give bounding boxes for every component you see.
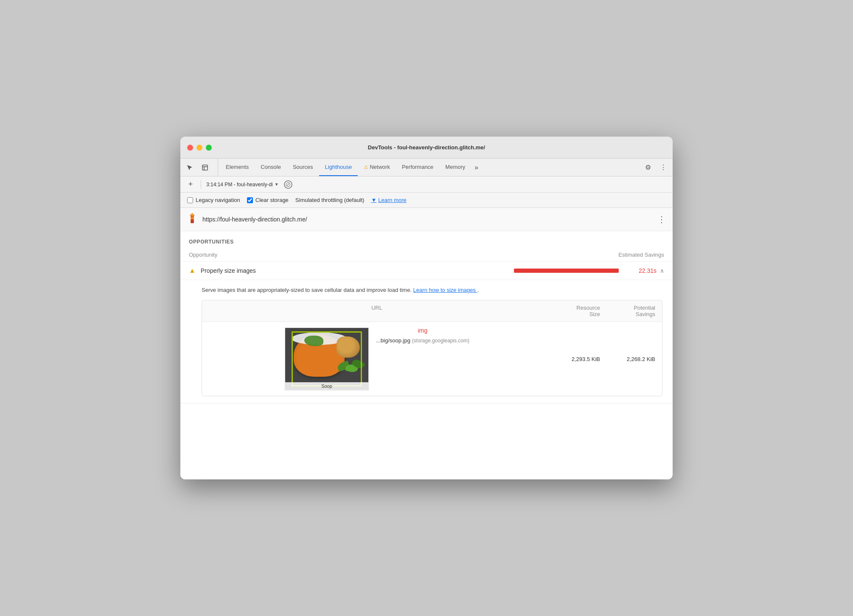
opportunity-title: Properly size images [201,267,514,274]
lighthouse-icon [187,212,197,227]
toolbar-divider [201,180,201,189]
opportunity-summary[interactable]: ▲ Properly size images 22.31s ∧ [180,262,673,280]
tab-network[interactable]: ⚠ Network [358,159,396,176]
tab-elements[interactable]: Elements [220,159,255,176]
resource-table-row: Soop img ...big/soop.jpg (storage.google… [202,322,662,396]
devtools-window: DevTools - foul-heavenly-direction.glitc… [180,137,673,479]
minimize-button[interactable] [196,145,202,151]
img-tag: img [376,327,469,334]
learn-how-link[interactable]: Learn how to size images [413,287,477,293]
resource-url-text: ...big/soop.jpg [376,337,410,344]
savings-value: 22.31s [631,267,657,274]
potential-savings-cell: 2,268.2 KiB [607,351,662,367]
resource-size-cell: 2,293.5 KiB [552,351,607,367]
col-potential-savings-header: PotentialSavings [600,305,655,317]
tab-console[interactable]: Console [255,159,287,176]
svg-rect-0 [202,165,208,170]
opportunity-row: ▲ Properly size images 22.31s ∧ Serve im… [180,262,673,403]
opportunities-header: OPPORTUNITIES [180,231,673,248]
resource-table-header: URL ResourceSize PotentialSavings [202,300,662,322]
tab-actions: ⚙ ⋮ [642,159,669,176]
tab-memory[interactable]: Memory [439,159,471,176]
image-thumbnail: Soop [284,327,369,391]
col-url-header: URL [209,305,545,317]
session-label[interactable]: 3:14:14 PM - foul-heavenly-di ▼ [206,182,279,188]
site-more-icon[interactable]: ⋮ [657,215,666,224]
svg-rect-3 [191,220,194,223]
detail-description: Serve images that are appropriately-size… [202,287,662,293]
more-tabs-button[interactable]: » [471,159,482,176]
legacy-navigation-checkbox[interactable] [187,197,193,203]
col-resource-size-header: ResourceSize [545,305,600,317]
resource-table: URL ResourceSize PotentialSavings [202,300,662,396]
main-content: https://foul-heavenly-direction.glitch.m… [180,208,673,479]
title-bar: DevTools - foul-heavenly-direction.glitc… [180,137,673,159]
legacy-navigation-label[interactable]: Legacy navigation [187,197,240,203]
col-opportunity: Opportunity [189,252,217,258]
table-header: Opportunity Estimated Savings [180,248,673,262]
inspect-icon[interactable] [199,162,211,174]
col-estimated-savings: Estimated Savings [618,252,664,258]
clear-storage-label[interactable]: Clear storage [247,197,289,203]
tab-sources[interactable]: Sources [287,159,319,176]
resource-source: (storage.googleapis.com) [412,338,469,344]
chevron-up-icon[interactable]: ∧ [660,267,664,274]
url-cell: Soop img ...big/soop.jpg (storage.google… [202,322,552,396]
no-entry-icon[interactable]: ⊘ [284,180,292,189]
more-options-icon[interactable]: ⋮ [657,162,669,174]
window-title: DevTools - foul-heavenly-direction.glitc… [368,144,485,151]
traffic-lights [180,145,212,151]
highlight-box [292,331,362,386]
site-row: https://foul-heavenly-direction.glitch.m… [180,208,673,231]
cursor-icon[interactable] [184,162,196,174]
devtools-tabs: Elements Console Sources Lighthouse ⚠ Ne… [180,159,673,176]
soup-label: Soop [285,382,368,390]
throttling-label: Simulated throttling (default) [295,197,365,203]
close-button[interactable] [187,145,193,151]
url-info: img ...big/soop.jpg (storage.googleapis.… [376,327,469,344]
dropdown-arrow-icon: ▼ [275,182,279,187]
secondary-toolbar: + 3:14:14 PM - foul-heavenly-di ▼ ⊘ [180,176,673,193]
learn-more-link[interactable]: ▼ Learn more [371,197,406,203]
clear-storage-checkbox[interactable] [247,197,253,203]
tab-performance[interactable]: Performance [396,159,439,176]
resource-url-detail: ...big/soop.jpg (storage.googleapis.com) [376,337,469,344]
add-session-button[interactable]: + [185,179,196,190]
options-bar: Legacy navigation Clear storage Simulate… [180,193,673,208]
dropdown-small-icon: ▼ [371,197,376,203]
savings-bar-container [514,269,624,273]
svg-rect-4 [191,217,194,219]
tab-lighthouse[interactable]: Lighthouse [319,159,358,176]
warning-icon: ⚠ [364,164,368,170]
tab-icons [184,159,218,176]
savings-bar [514,269,619,273]
opportunity-detail: Serve images that are appropriately-size… [180,280,673,403]
thumbnail-container: Soop img ...big/soop.jpg (storage.google… [284,327,469,391]
site-url: https://foul-heavenly-direction.glitch.m… [202,216,657,223]
maximize-button[interactable] [206,145,212,151]
warning-triangle-icon: ▲ [189,267,196,274]
settings-icon[interactable]: ⚙ [642,162,654,174]
